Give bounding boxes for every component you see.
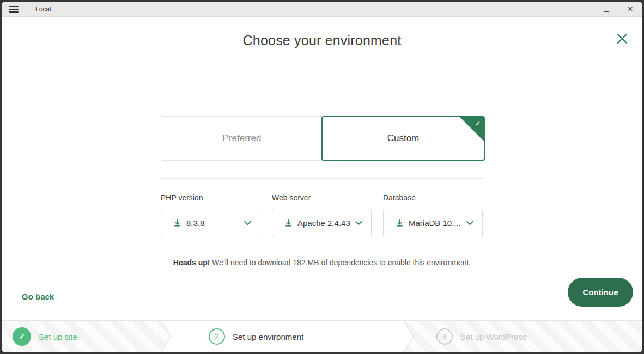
database-value: MariaDB 10....: [409, 218, 461, 228]
environment-fields: PHP version 8.3.8 Web server: [161, 193, 485, 237]
minimize-icon: [580, 9, 586, 9]
step-label: Set up WordPress: [460, 332, 526, 341]
app-window: Local ✕ Choose your environment Preferre…: [2, 2, 642, 352]
step-label: Set up environment: [233, 332, 303, 341]
chevron-down-icon: [243, 218, 252, 228]
php-version-label: PHP version: [161, 193, 260, 202]
chevron-down-icon: [465, 218, 475, 228]
step-set-up-environment: 2 Set up environment: [209, 321, 303, 352]
php-version-select[interactable]: 8.3.8: [161, 209, 260, 237]
selected-check-icon: ✓: [475, 120, 481, 127]
chevron-down-icon: [354, 218, 363, 228]
dependencies-notice: Heads up! We'll need to download 182 MB …: [2, 258, 642, 267]
step-divider-chevron: [403, 321, 415, 352]
close-window-icon: ✕: [628, 5, 634, 13]
notice-text: We'll need to download 182 MB of depende…: [210, 258, 471, 267]
close-window-button[interactable]: ✕: [618, 2, 642, 16]
database-select[interactable]: MariaDB 10....: [383, 209, 483, 237]
step-divider-chevron: [160, 321, 172, 352]
database-label: Database: [383, 193, 483, 202]
tab-custom-label: Custom: [387, 133, 420, 144]
close-icon: [616, 33, 628, 45]
web-server-value: Apache 2.4.43: [297, 218, 350, 228]
maximize-icon: [604, 7, 609, 12]
field-database: Database MariaDB 10....: [383, 193, 483, 237]
download-icon: [173, 219, 181, 227]
web-server-select[interactable]: Apache 2.4.43: [272, 209, 372, 237]
hamburger-menu-icon[interactable]: [9, 4, 19, 14]
close-modal-button[interactable]: [615, 32, 629, 46]
step-set-up-wordpress: 3 Set up WordPress: [436, 321, 526, 352]
step-number: 3: [436, 328, 453, 345]
download-icon: [284, 219, 293, 227]
step-number: 2: [209, 328, 225, 345]
step-set-up-site: ✓ Set up site: [13, 321, 77, 352]
section-divider: [161, 178, 484, 179]
continue-button[interactable]: Continue: [568, 278, 633, 307]
php-version-value: 8.3.8: [186, 218, 204, 228]
field-php-version: PHP version 8.3.8: [161, 193, 260, 237]
notice-emphasis: Heads up!: [173, 258, 210, 267]
page-title: Choose your environment: [2, 33, 642, 48]
step-label: Set up site: [39, 332, 77, 341]
tab-preferred[interactable]: Preferred: [161, 116, 323, 161]
field-web-server: Web server Apache 2.4.43: [272, 193, 372, 237]
web-server-label: Web server: [272, 193, 372, 202]
step-done-check-icon: ✓: [13, 327, 31, 346]
maximize-button[interactable]: [594, 2, 618, 16]
tab-custom[interactable]: Custom ✓: [321, 116, 485, 161]
app-title: Local: [35, 5, 51, 13]
tab-preferred-label: Preferred: [223, 133, 262, 144]
minimize-button[interactable]: [570, 2, 594, 16]
title-bar: Local ✕: [2, 2, 642, 17]
setup-progress-bar: ✓ Set up site 2 Set up environment 3 Set…: [2, 320, 642, 352]
environment-tabs: Preferred Custom ✓: [161, 116, 485, 161]
go-back-link[interactable]: Go back: [22, 292, 54, 301]
download-icon: [396, 219, 404, 227]
window-controls: ✕: [570, 2, 642, 16]
